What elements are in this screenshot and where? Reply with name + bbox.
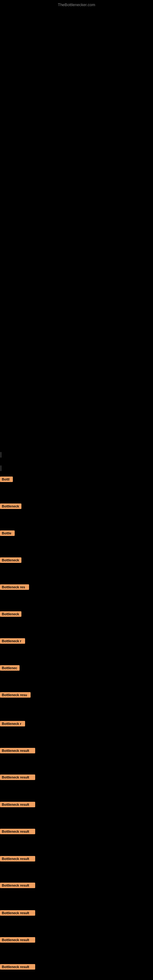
site-title: TheBottlenecker.com: [58, 2, 95, 7]
bottleneck-label-6: Bottleneck: [0, 611, 21, 617]
bottleneck-label-8: Bottlenec: [0, 665, 19, 671]
bottleneck-label-11: Bottleneck result: [0, 748, 35, 753]
bottleneck-label-13: Bottleneck result: [0, 802, 35, 807]
bottleneck-label-1: Bottl: [0, 477, 13, 482]
bottleneck-label-5: Bottleneck res: [0, 584, 29, 590]
bottleneck-label-16: Bottleneck result: [0, 883, 35, 888]
bottleneck-label-15: Bottleneck result: [0, 856, 35, 861]
bottleneck-label-7: Bottleneck r: [0, 638, 25, 644]
bottleneck-label-9: Bottleneck resu: [0, 692, 30, 698]
bottleneck-label-17: Bottleneck result: [0, 910, 35, 916]
bottleneck-label-12: Bottleneck result: [0, 775, 35, 780]
bottleneck-label-4: Bottleneck: [0, 557, 21, 563]
bottleneck-label-18: Bottleneck result: [0, 937, 35, 943]
bottleneck-label-2: Bottleneck: [0, 503, 21, 509]
bottleneck-label-14: Bottleneck result: [0, 829, 35, 834]
bottleneck-label-19: Bottleneck result: [0, 964, 35, 970]
cursor-line-1: [1, 452, 1, 458]
bottleneck-label-3: Bottle: [0, 530, 15, 536]
bottleneck-label-10: Bottleneck r: [0, 721, 25, 726]
cursor-line-2: [1, 466, 1, 471]
